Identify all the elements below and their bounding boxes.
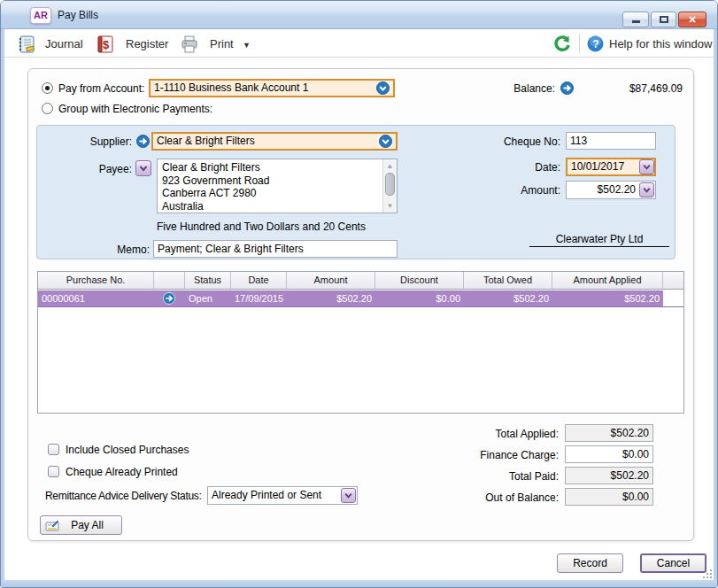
minimize-button[interactable] <box>622 12 649 27</box>
company-signature: Clearwater Pty Ltd <box>529 233 669 245</box>
pay-from-account-radio[interactable] <box>42 82 53 94</box>
supplier-label: Supplier: <box>54 135 132 148</box>
cell-gutter <box>663 290 683 306</box>
cheque-printed-label: Cheque Already Printed <box>66 466 178 478</box>
minimize-icon <box>632 20 640 23</box>
journal-icon[interactable] <box>16 34 37 55</box>
include-closed-label: Include Closed Purchases <box>66 444 189 456</box>
amount-label: Amount: <box>479 184 560 197</box>
date-value: 10/01/2017 <box>571 160 624 173</box>
total-paid-value: $502.20 <box>611 469 649 482</box>
supplier-dropdown-icon[interactable] <box>379 135 392 148</box>
balance-value: $87,469.09 <box>576 82 683 95</box>
col-purchase-no[interactable]: Purchase No. <box>38 272 154 289</box>
row-detail-arrow-icon[interactable] <box>163 292 175 305</box>
cheque-no-value: 113 <box>570 135 587 147</box>
help-icon[interactable]: ? <box>587 35 604 52</box>
print-button[interactable]: Print <box>210 37 234 50</box>
balance-label: Balance: <box>493 82 555 95</box>
window-title: Pay Bills <box>58 9 98 21</box>
cell-amount: $502.20 <box>287 290 375 306</box>
close-button[interactable]: ✕ <box>678 12 706 27</box>
register-button[interactable]: Register <box>126 37 168 50</box>
memo-label: Memo: <box>72 244 150 256</box>
window-frame-bottom <box>1 580 718 587</box>
payee-dropdown-button[interactable] <box>135 160 151 176</box>
finance-charge-input[interactable]: $0.00 <box>565 445 653 463</box>
memo-value: Payment; Clear & Bright Filters <box>158 243 304 255</box>
refresh-icon[interactable] <box>552 35 572 54</box>
table-row[interactable]: 00000061 Open 17/09/2015 $502.20 $0.00 $… <box>38 290 683 307</box>
group-electronic-radio[interactable] <box>42 103 53 114</box>
cheque-no-input[interactable]: 113 <box>566 132 656 150</box>
out-of-balance-field: $0.00 <box>565 488 653 506</box>
title-bar: AR Pay Bills ✕ <box>1 1 718 29</box>
resize-grip[interactable] <box>703 569 712 578</box>
payee-address-textarea[interactable]: Clear & Bright Filters 923 Government Ro… <box>157 159 398 213</box>
table-header-row: Purchase No. Status Date Amount Discount… <box>38 272 683 290</box>
remittance-select[interactable]: Already Printed or Sent <box>207 486 358 505</box>
print-dropdown-caret-icon[interactable]: ▼ <box>243 41 251 50</box>
total-applied-label: Total Applied: <box>426 428 559 440</box>
cell-date: 17/09/2015 <box>231 290 287 306</box>
supplier-detail-arrow-icon[interactable] <box>136 135 150 148</box>
signature-line <box>529 246 669 247</box>
col-date[interactable]: Date <box>231 272 287 289</box>
pay-all-button[interactable]: Pay All <box>40 515 122 535</box>
payee-scrollbar[interactable]: ▲ ▼ <box>382 159 397 213</box>
col-discount[interactable]: Discount <box>375 272 464 289</box>
print-icon[interactable] <box>179 34 200 55</box>
pay-all-label: Pay All <box>71 519 104 531</box>
supplier-select[interactable]: Clear & Bright Filters <box>151 132 398 151</box>
col-status[interactable]: Status <box>185 272 231 289</box>
cheque-no-label: Cheque No: <box>479 135 560 148</box>
remittance-value: Already Printed or Sent <box>212 489 321 501</box>
toolbar-separator <box>579 34 580 53</box>
remittance-dropdown-button[interactable] <box>341 488 356 503</box>
col-amount-applied[interactable]: Amount Applied <box>552 272 663 289</box>
svg-text:$: $ <box>103 38 110 51</box>
scroll-up-icon[interactable]: ▲ <box>384 160 396 172</box>
cell-status: Open <box>185 290 231 306</box>
amount-dropdown-button[interactable] <box>639 182 654 197</box>
pay-from-account-select[interactable]: 1-1110 Business Bank Account 1 <box>149 79 395 97</box>
cell-purchase-no: 00000061 <box>38 290 154 306</box>
date-label: Date: <box>479 161 560 174</box>
maximize-button[interactable] <box>651 12 676 27</box>
total-applied-value: $502.20 <box>611 427 649 439</box>
scroll-down-icon[interactable]: ▼ <box>384 200 396 212</box>
remittance-label: Remittance Advice Delivery Status: <box>45 490 202 502</box>
toolbar: Journal $ Register Print ▼ ? Help for th… <box>2 30 718 58</box>
out-of-balance-label: Out of Balance: <box>426 491 559 504</box>
cell-total-owed: $502.20 <box>464 290 552 306</box>
maximize-icon <box>660 16 668 23</box>
col-detail <box>154 272 185 289</box>
journal-button[interactable]: Journal <box>45 37 83 50</box>
record-button[interactable]: Record <box>557 553 623 573</box>
window-frame-right <box>714 29 717 582</box>
col-total-owed[interactable]: Total Owed <box>464 272 552 289</box>
amount-in-words: Five Hundred and Two Dollars and 20 Cent… <box>157 220 366 233</box>
total-paid-label: Total Paid: <box>426 470 559 483</box>
date-dropdown-button[interactable] <box>639 159 654 174</box>
finance-charge-value: $0.00 <box>622 448 649 460</box>
window-frame-left <box>1 29 4 582</box>
col-amount[interactable]: Amount <box>287 272 375 289</box>
cheque-printed-checkbox[interactable] <box>48 466 59 477</box>
memo-input[interactable]: Payment; Clear & Bright Filters <box>153 240 398 258</box>
cell-discount: $0.00 <box>375 290 464 306</box>
account-value: 1-1110 Business Bank Account 1 <box>154 81 308 94</box>
include-closed-checkbox[interactable] <box>48 444 59 455</box>
register-icon[interactable]: $ <box>95 34 116 55</box>
pay-from-account-label: Pay from Account: <box>58 82 144 95</box>
out-of-balance-value: $0.00 <box>622 491 649 503</box>
total-paid-field: $502.20 <box>565 467 653 484</box>
payee-address-text: Clear & Bright Filters 923 Government Ro… <box>162 161 269 213</box>
pay-all-icon <box>45 519 59 533</box>
cell-detail <box>154 290 185 306</box>
cancel-button[interactable]: Cancel <box>640 553 706 573</box>
balance-detail-arrow-icon[interactable] <box>560 81 574 95</box>
scroll-thumb[interactable] <box>385 173 395 196</box>
help-link[interactable]: Help for this window <box>609 37 712 50</box>
account-dropdown-icon[interactable] <box>376 81 390 95</box>
